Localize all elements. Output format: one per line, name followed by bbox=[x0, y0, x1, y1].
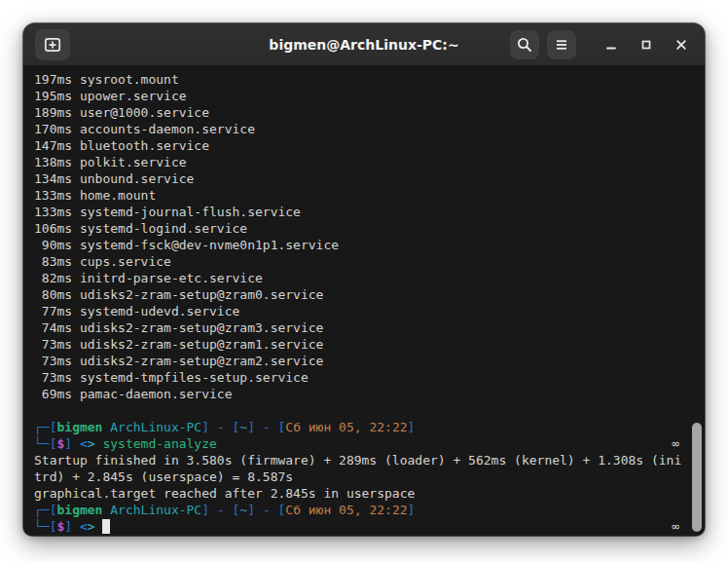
maximize-icon bbox=[638, 37, 654, 53]
terminal-line: 106ms systemd-logind.service bbox=[34, 220, 681, 237]
terminal-line: 197ms sysroot.mount bbox=[34, 71, 681, 88]
terminal-line: Startup finished in 3.580s (firmware) + … bbox=[34, 452, 681, 468]
search-button[interactable] bbox=[510, 30, 539, 59]
minimize-icon bbox=[603, 37, 619, 53]
terminal-line: 138ms polkit.service bbox=[34, 154, 681, 170]
terminal-line: 73ms systemd-tmpfiles-setup.service bbox=[34, 369, 681, 386]
terminal-line: 73ms udisks2-zram-setup@zram1.service bbox=[34, 336, 681, 353]
terminal-line: ┌─[bigmen ArchLinux-PC] - [~] - [Сб июн … bbox=[34, 419, 681, 435]
terminal-window: bigmen@ArchLinux-PC:~ bbox=[23, 23, 705, 536]
new-tab-button[interactable] bbox=[35, 29, 70, 60]
hamburger-menu-icon bbox=[553, 36, 570, 54]
terminal-line: 147ms bluetooth.service bbox=[34, 137, 681, 154]
terminal-line: 189ms user@1000.service bbox=[34, 104, 681, 121]
scrollbar[interactable] bbox=[692, 68, 702, 532]
minimize-button[interactable] bbox=[598, 31, 625, 58]
terminal-line: └─[$] <> ∞ bbox=[34, 518, 681, 535]
terminal-line: 77ms systemd-udevd.service bbox=[34, 303, 681, 319]
terminal-line: graphical.target reached after 2.845s in… bbox=[34, 485, 681, 502]
terminal-line: 134ms unbound.service bbox=[34, 170, 681, 187]
menu-button[interactable] bbox=[547, 30, 576, 59]
new-tab-icon bbox=[43, 35, 62, 55]
block-cursor bbox=[102, 519, 110, 534]
maximize-button[interactable] bbox=[633, 31, 660, 58]
scrollbar-thumb[interactable] bbox=[692, 423, 702, 532]
right-prompt: ∞ bbox=[672, 435, 679, 452]
terminal-output[interactable]: 197ms sysroot.mount195ms upower.service1… bbox=[23, 67, 705, 536]
terminal-line: ┌─[bigmen ArchLinux-PC] - [~] - [Сб июн … bbox=[34, 502, 681, 518]
titlebar[interactable]: bigmen@ArchLinux-PC:~ bbox=[23, 23, 705, 66]
terminal-line: 133ms systemd-journal-flush.service bbox=[34, 204, 681, 220]
terminal-line: 133ms home.mount bbox=[34, 187, 681, 204]
terminal-line: 195ms upower.service bbox=[34, 88, 681, 104]
terminal-line: 74ms udisks2-zram-setup@zram3.service bbox=[34, 319, 681, 336]
terminal-line: 90ms systemd-fsck@dev-nvme0n1p1.service bbox=[34, 237, 681, 253]
terminal-line: 73ms udisks2-zram-setup@zram2.service bbox=[34, 353, 681, 369]
window-title: bigmen@ArchLinux-PC:~ bbox=[269, 37, 458, 53]
terminal-line: 170ms accounts-daemon.service bbox=[34, 121, 681, 137]
close-button[interactable] bbox=[668, 31, 695, 58]
terminal-line: 82ms initrd-parse-etc.service bbox=[34, 270, 681, 286]
search-icon bbox=[516, 36, 533, 54]
right-prompt: ∞ bbox=[672, 518, 679, 535]
terminal-line: └─[$] <> systemd-analyze∞ bbox=[34, 435, 681, 452]
close-icon bbox=[673, 37, 689, 53]
terminal-line bbox=[34, 402, 681, 419]
terminal-line: 83ms cups.service bbox=[34, 253, 681, 270]
terminal-line: 69ms pamac-daemon.service bbox=[34, 386, 681, 402]
terminal-line: 80ms udisks2-zram-setup@zram0.service bbox=[34, 286, 681, 303]
terminal-line: trd) + 2.845s (userspace) = 8.587s bbox=[34, 468, 681, 485]
